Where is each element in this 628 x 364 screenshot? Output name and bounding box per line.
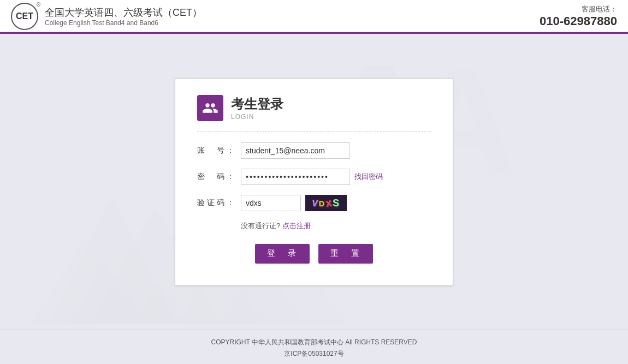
header: CET 全国大学英语四、六级考试（CET） College English Te…: [0, 0, 628, 34]
login-title-cn: 考生登录: [231, 96, 283, 113]
header-title-en: College English Test Band4 and Band6: [45, 19, 202, 27]
login-card: 考生登录 LOGIN 账 号： 密 码： 找回密码 验证码： VDxS: [175, 78, 453, 286]
password-input[interactable]: [241, 169, 350, 185]
password-label: 密 码：: [197, 172, 236, 182]
user-icon: [202, 100, 218, 116]
username-row: 账 号：: [197, 142, 431, 159]
login-title-block: 考生登录 LOGIN: [231, 96, 283, 121]
main-content: A A 考生登录 LOGIN 账 号：: [0, 34, 628, 330]
captcha-label: 验证码：: [197, 198, 236, 208]
login-title-en: LOGIN: [231, 113, 283, 121]
svg-marker-8: [32, 238, 150, 324]
svg-marker-7: [69, 233, 188, 325]
register-link[interactable]: 点击注册: [282, 222, 311, 230]
captcha-row: 验证码： VDxS: [197, 195, 431, 211]
user-icon-box: [197, 95, 223, 121]
header-title-block: 全国大学英语四、六级考试（CET） College English Test B…: [45, 6, 202, 27]
footer-icp: 京ICP备05031027号: [0, 349, 628, 359]
reset-button[interactable]: 重 置: [318, 244, 373, 264]
no-pass-text: 没有通行证?: [241, 222, 280, 230]
logo: CET: [11, 3, 38, 30]
password-row: 密 码： 找回密码: [197, 169, 431, 185]
header-phone-number: 010-62987880: [540, 14, 617, 28]
login-button[interactable]: 登 录: [255, 244, 310, 264]
header-right: 客服电话： 010-62987880: [540, 4, 617, 28]
header-left: CET 全国大学英语四、六级考试（CET） College English Te…: [11, 3, 202, 30]
no-pass-row: 没有通行证? 点击注册: [197, 221, 431, 231]
captcha-image[interactable]: VDxS: [305, 195, 347, 211]
button-row: 登 录 重 置: [197, 242, 431, 264]
username-input[interactable]: [241, 142, 350, 159]
logo-text: CET: [16, 11, 33, 21]
footer: COPYRIGHT 中华人民共和国教育部考试中心 All RIGHTS RESE…: [0, 330, 628, 364]
captcha-input[interactable]: [241, 195, 301, 211]
header-title-cn: 全国大学英语四、六级考试（CET）: [45, 6, 202, 19]
svg-marker-2: [48, 195, 177, 325]
header-phone-label: 客服电话：: [540, 4, 617, 14]
footer-copyright: COPYRIGHT 中华人民共和国教育部考试中心 All RIGHTS RESE…: [0, 338, 628, 347]
login-header: 考生登录 LOGIN: [197, 95, 431, 132]
find-password-link[interactable]: 找回密码: [354, 172, 383, 182]
captcha-display: VDxS: [312, 196, 340, 209]
username-label: 账 号：: [197, 146, 236, 156]
